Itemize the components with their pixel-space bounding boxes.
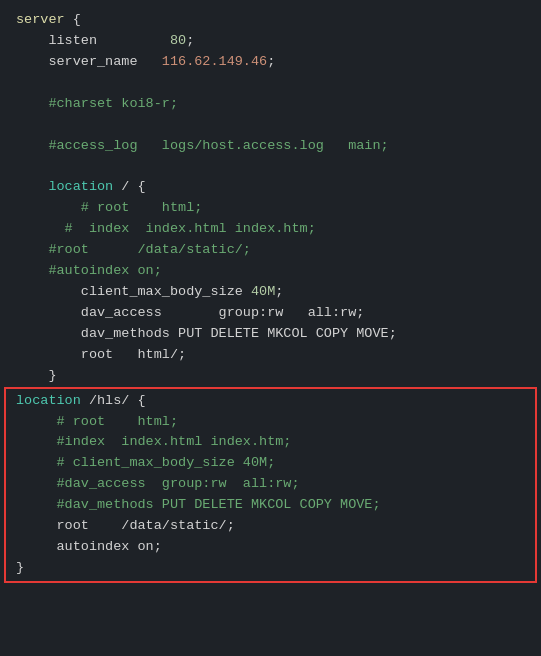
code-line: #access_log logs/host.access.log main;	[0, 136, 541, 157]
code-line: root html/;	[0, 345, 541, 366]
code-line	[0, 156, 541, 177]
code-line: # index index.html index.htm;	[0, 219, 541, 240]
highlighted-code-line: autoindex on;	[6, 537, 535, 558]
code-line: dav_access group:rw all:rw;	[0, 303, 541, 324]
code-line: #root /data/static/;	[0, 240, 541, 261]
code-line: #charset koi8-r;	[0, 94, 541, 115]
code-line: # root html;	[0, 198, 541, 219]
code-line: location / {	[0, 177, 541, 198]
highlighted-code-line: #dav_methods PUT DELETE MKCOL COPY MOVE;	[6, 495, 535, 516]
highlighted-code-line: root /data/static/;	[6, 516, 535, 537]
highlighted-code-line: # client_max_body_size 40M;	[6, 453, 535, 474]
highlighted-code-line: location /hls/ {	[6, 391, 535, 412]
highlighted-code-line: #index index.html index.htm;	[6, 432, 535, 453]
highlighted-code-line: #dav_access group:rw all:rw;	[6, 474, 535, 495]
code-editor: server { listen 80; server_name 116.62.1…	[0, 0, 541, 656]
highlighted-code-line: }	[6, 558, 535, 579]
code-line: }	[0, 366, 541, 387]
highlighted-code-line: # root html;	[6, 412, 535, 433]
code-line	[0, 115, 541, 136]
code-line: server_name 116.62.149.46;	[0, 52, 541, 73]
code-line: listen 80;	[0, 31, 541, 52]
highlighted-section: location /hls/ { # root html; #index ind…	[4, 387, 537, 583]
code-line	[0, 73, 541, 94]
code-line: dav_methods PUT DELETE MKCOL COPY MOVE;	[0, 324, 541, 345]
code-line: server {	[0, 10, 541, 31]
code-line: #autoindex on;	[0, 261, 541, 282]
code-line: client_max_body_size 40M;	[0, 282, 541, 303]
